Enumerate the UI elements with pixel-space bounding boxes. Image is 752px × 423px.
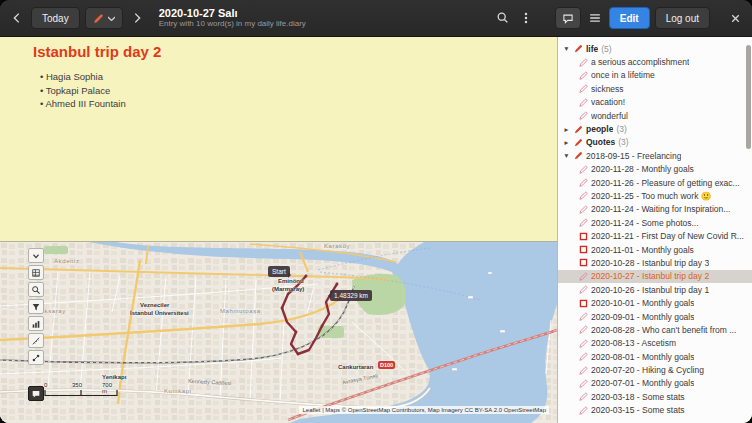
zoom-search-button[interactable] xyxy=(28,282,44,297)
pencil-icon xyxy=(579,58,588,67)
sidebar-item-quotes[interactable]: ▸ Quotes (3) xyxy=(558,136,752,149)
sidebar-entry-item[interactable]: 2020-03-15 - Some stats xyxy=(558,404,752,417)
pencil-icon xyxy=(579,285,588,294)
pencil-icon xyxy=(579,205,588,214)
expander-icon[interactable]: ▸ xyxy=(562,125,571,134)
place-label: (Marmaray) xyxy=(272,286,304,293)
sidebar-tag-item[interactable]: sickness xyxy=(558,82,752,95)
sidebar-entry-item[interactable]: 2020-08-28 - Who can't benefit from ... xyxy=(558,323,752,336)
sidebar-entry-item[interactable]: 2020-07-20 - Hiking & Cycling xyxy=(558,363,752,376)
previous-day-icon[interactable] xyxy=(8,7,26,29)
place-label: İstanbul Üniversitesi xyxy=(130,310,189,317)
pencil-icon xyxy=(579,366,588,375)
bullet-item: Hagia Sophia xyxy=(40,70,547,84)
measure-button[interactable] xyxy=(28,333,44,348)
close-window-icon[interactable] xyxy=(726,7,744,29)
map-controls xyxy=(28,248,44,365)
chevron-down-icon xyxy=(31,251,41,261)
sidebar-entry-item[interactable]: 2020-10-28 - Istanbul trip day 3 xyxy=(558,256,752,269)
hamburger-menu-icon[interactable] xyxy=(586,7,604,29)
place-label: Karaköy xyxy=(324,243,350,250)
sidebar: ▾ life (5) a serious accomplishment once… xyxy=(557,37,752,423)
chevron-down-icon xyxy=(108,16,115,21)
pencil-icon xyxy=(579,352,588,361)
map-message-button[interactable] xyxy=(28,386,44,401)
sidebar-entry-item[interactable]: 2020-07-01 - Monthly goals xyxy=(558,377,752,390)
message-icon xyxy=(31,389,41,399)
bullet-item: Ahmed III Fountain xyxy=(40,97,547,111)
next-day-icon[interactable] xyxy=(128,7,146,29)
sidebar-entry-item[interactable]: 2020-11-01 - Monthly goals xyxy=(558,243,752,256)
route-start-tooltip: Start xyxy=(268,266,290,277)
sidebar-entry-item[interactable]: 2020-11-21 - First Day of New Covid R... xyxy=(558,229,752,242)
tracks-button[interactable] xyxy=(28,350,44,365)
insert-menu-button[interactable] xyxy=(85,7,123,29)
pencil-icon xyxy=(579,312,588,321)
place-label: Mahmutpaşa xyxy=(220,308,261,315)
stats-button[interactable] xyxy=(28,316,44,331)
sidebar-entry-item[interactable]: 2020-11-26 - Pleasure of getting exac... xyxy=(558,176,752,189)
pencil-icon xyxy=(579,379,588,388)
ruler-icon xyxy=(31,336,41,346)
header-title-block: 2020-10-27 Salı Entry with 10 word(s) in… xyxy=(159,7,489,29)
page-subtitle: Entry with 10 word(s) in my daily life.d… xyxy=(159,19,489,29)
logout-button[interactable]: Log out xyxy=(655,7,710,29)
scale-mid: 350 xyxy=(72,382,82,388)
filter-button[interactable] xyxy=(28,299,44,314)
sidebar-entry-item[interactable]: 2020-03-18 - Some stats xyxy=(558,390,752,403)
pencil-icon xyxy=(579,71,588,80)
pencil-icon xyxy=(579,191,588,200)
expander-icon[interactable]: ▾ xyxy=(562,44,571,53)
pencil-icon xyxy=(93,13,104,24)
search-icon[interactable] xyxy=(494,7,512,29)
filter-icon xyxy=(31,302,41,312)
sidebar-entry-item-selected[interactable]: 2020-10-27 - Istanbul trip day 2 xyxy=(558,270,752,283)
sidebar-entry-item[interactable]: 2020-08-13 - Ascetism xyxy=(558,337,752,350)
kebab-menu-icon[interactable] xyxy=(517,7,535,29)
pencil-icon xyxy=(579,406,588,415)
pencil-icon xyxy=(579,392,588,401)
pencil-icon xyxy=(579,218,588,227)
sidebar-tag-item[interactable]: wonderful xyxy=(558,109,752,122)
edit-button[interactable]: Edit xyxy=(609,7,650,29)
sidebar-tag-item[interactable]: a serious accomplishment xyxy=(558,55,752,68)
annotations-toggle-button[interactable] xyxy=(555,7,581,29)
sidebar-entry-group[interactable]: ▾ 2018-09-15 - Freelancing xyxy=(558,149,752,162)
page-title: 2020-10-27 Salı xyxy=(159,7,489,19)
pencil-icon xyxy=(574,138,583,147)
sidebar-entry-item[interactable]: 2020-10-26 - Istanbul trip day 1 xyxy=(558,283,752,296)
sidebar-entry-item[interactable]: 2020-11-24 - Waiting for Inspiration... xyxy=(558,203,752,216)
expander-icon[interactable]: ▾ xyxy=(562,151,571,160)
sidebar-tag-item[interactable]: once in a lifetime xyxy=(558,69,752,82)
pencil-icon xyxy=(574,125,583,134)
chat-icon xyxy=(562,12,574,25)
place-label: Cankurtaran xyxy=(338,364,373,371)
track-points-icon xyxy=(31,353,41,363)
pencil-icon xyxy=(579,272,588,281)
template-square-icon xyxy=(579,299,588,308)
search-icon xyxy=(31,285,41,295)
sidebar-entry-item[interactable]: 2020-08-01 - Monthly goals xyxy=(558,350,752,363)
sidebar-entry-item[interactable]: 2020-11-28 - Monthly goals xyxy=(558,163,752,176)
sidebar-entry-item[interactable]: 2020-09-01 - Monthly goals xyxy=(558,310,752,323)
sidebar-entry-item[interactable]: 2020-10-01 - Monthly goals xyxy=(558,296,752,309)
sidebar-item-people[interactable]: ▸ people (3) xyxy=(558,122,752,135)
sidebar-scrollbar[interactable] xyxy=(746,45,751,149)
template-square-icon xyxy=(579,232,588,241)
sidebar-entry-item[interactable]: 2020-11-24 - Some photos... xyxy=(558,216,752,229)
place-label: Yenikapı xyxy=(102,374,126,381)
entry-title: Istanbul trip day 2 xyxy=(33,43,547,60)
sidebar-item-life[interactable]: ▾ life (5) xyxy=(558,42,752,55)
sidebar-tag-item[interactable]: vacation! xyxy=(558,96,752,109)
journal-editor[interactable]: Istanbul trip day 2 Hagia Sophia Topkapi… xyxy=(0,37,557,241)
map-panel[interactable]: Akdeniz Aksaray Vezneciler İstanbul Üniv… xyxy=(0,241,557,423)
today-button[interactable]: Today xyxy=(31,7,80,29)
place-label: Akdeniz xyxy=(54,258,80,265)
layers-button[interactable] xyxy=(28,265,44,280)
road-ref-badge: D100 xyxy=(378,361,395,369)
header-bar: Today 2020-10-27 Salı Entry with 10 word… xyxy=(0,0,752,37)
entry-bullet-list: Hagia Sophia Topkapi Palace Ahmed III Fo… xyxy=(33,70,547,111)
collapse-controls-button[interactable] xyxy=(28,248,44,263)
sidebar-entry-item[interactable]: 2020-11-25 - Too much work 🙂 xyxy=(558,189,752,202)
expander-icon[interactable]: ▸ xyxy=(562,138,571,147)
